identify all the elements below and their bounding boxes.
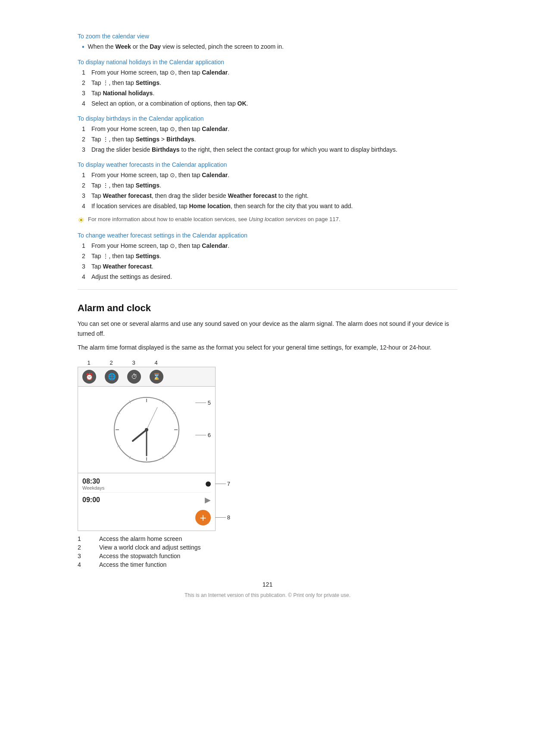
change-weather-steps: 1 From your Home screen, tap ⊙, then tap… — [82, 241, 457, 281]
alarm-time-1: 08:30 Weekdays — [82, 478, 104, 490]
change-weather-step-2: 2 Tap ⋮, then tap Settings. — [82, 252, 457, 261]
birthdays-steps: 1 From your Home screen, tap ⊙, then tap… — [82, 125, 457, 154]
alarm-list-area: 08:30 Weekdays 7 09:00 — [78, 473, 215, 531]
page-content: To zoom the calendar view • When the Wee… — [0, 0, 535, 633]
diagram-labels: 1 Access the alarm home screen 2 View a … — [78, 535, 457, 568]
alarm-time-display-1: 08:30 — [82, 478, 104, 485]
zoom-heading: To zoom the calendar view — [78, 33, 457, 40]
alarm-label-1: Weekdays — [82, 485, 104, 490]
diagram-label-4: 4 Access the timer function — [78, 561, 457, 568]
weather-step-1: 1 From your Home screen, tap ⊙, then tap… — [82, 171, 457, 180]
tab-num-2: 2 — [104, 359, 118, 366]
change-weather-step-4: 4 Adjust the settings as desired. — [82, 272, 457, 281]
clock-topbar: ⏰ 🌐 ⏱ ⌛ — [78, 367, 215, 387]
zoom-bullet: • When the Week or the Day view is selec… — [82, 42, 457, 52]
alarm-time-2: 09:00 — [82, 496, 100, 504]
weather-step-2: 2 Tap ⋮, then tap Settings. — [82, 181, 457, 190]
national-step-2: 2 Tap ⋮, then tap Settings. — [82, 78, 457, 87]
tip-text: For more information about how to enable… — [88, 215, 340, 224]
alarm-clock-section: Alarm and clock You can set one or sever… — [78, 303, 457, 568]
tab-num-1: 1 — [82, 359, 96, 366]
change-weather-section: To change weather forecast settings in t… — [78, 232, 457, 281]
tip-box: ☀ For more information about how to enab… — [78, 215, 457, 225]
weather-heading: To display weather forecasts in the Cale… — [78, 161, 457, 168]
alarm-row-2: 09:00 ▶ — [82, 493, 211, 507]
label-8-box: 8 — [215, 514, 230, 521]
clock-face-svg — [112, 395, 181, 464]
national-holidays-steps: 1 From your Home screen, tap ⊙, then tap… — [82, 68, 457, 108]
section-divider — [78, 289, 457, 290]
weather-step-3: 3 Tap Weather forecast, then drag the sl… — [82, 191, 457, 200]
svg-point-16 — [145, 428, 148, 431]
diagram-label-3: 3 Access the stopwatch function — [78, 553, 457, 559]
clock-outer-box: ⏰ 🌐 ⏱ ⌛ — [78, 367, 216, 531]
svg-line-13 — [133, 430, 147, 441]
national-step-3: 3 Tap National holidays. — [82, 89, 457, 98]
diagram-label-2: 2 View a world clock and adjust settings — [78, 544, 457, 551]
alarm-row-1: 08:30 Weekdays 7 — [82, 476, 211, 493]
world-clock-icon: 🌐 — [105, 370, 119, 384]
tip-icon: ☀ — [78, 216, 84, 225]
weather-step-4: 4 If location services are disabled, tap… — [82, 202, 457, 211]
alarm-1-right: 7 — [206, 481, 211, 487]
national-holidays-section: To display national holidays in the Cale… — [78, 59, 457, 108]
label-7-box: 7 — [215, 481, 230, 487]
alarm-clock-title: Alarm and clock — [78, 303, 457, 314]
alarm-desc-1: You can set one or several alarms and us… — [78, 319, 457, 338]
svg-line-15 — [147, 407, 157, 430]
national-holidays-heading: To display national holidays in the Cale… — [78, 59, 457, 66]
change-weather-step-1: 1 From your Home screen, tap ⊙, then tap… — [82, 241, 457, 250]
national-step-1: 1 From your Home screen, tap ⊙, then tap… — [82, 68, 457, 77]
alarm-icon: ⏰ — [82, 370, 96, 384]
birthdays-step-2: 2 Tap ⋮, then tap Settings > Birthdays. — [82, 135, 457, 144]
birthdays-heading: To display birthdays in the Calendar app… — [78, 115, 457, 122]
label-5: 5 — [195, 400, 211, 406]
alarm-desc-2: The alarm time format displayed is the s… — [78, 343, 457, 352]
alarm-arrow-icon: ▶ — [205, 495, 211, 505]
timer-icon: ⌛ — [150, 370, 163, 384]
add-button-row: + 8 — [82, 507, 211, 528]
weather-section: To display weather forecasts in the Cale… — [78, 161, 457, 225]
label-6: 6 — [195, 432, 211, 438]
birthdays-section: To display birthdays in the Calendar app… — [78, 115, 457, 154]
footer-text: This is an Internet version of this publ… — [78, 592, 457, 598]
zoom-section: To zoom the calendar view • When the Wee… — [78, 33, 457, 52]
zoom-bullet-text: When the Week or the Day view is selecte… — [88, 42, 284, 51]
tab-num-4: 4 — [149, 359, 163, 366]
change-weather-heading: To change weather forecast settings in t… — [78, 232, 457, 239]
birthdays-step-1: 1 From your Home screen, tap ⊙, then tap… — [82, 125, 457, 134]
stopwatch-icon: ⏱ — [127, 370, 141, 384]
birthdays-step-3: 3 Drag the slider beside Birthdays to th… — [82, 145, 457, 154]
add-alarm-button[interactable]: + — [195, 510, 211, 525]
alarm-2-right: ▶ — [205, 495, 211, 505]
alarm-dot-1 — [206, 481, 211, 487]
diagram-label-1: 1 Access the alarm home screen — [78, 535, 457, 542]
clock-face-area: 5 6 — [78, 387, 215, 473]
change-weather-step-3: 3 Tap Weather forecast. — [82, 262, 457, 271]
national-step-4: 4 Select an option, or a combination of … — [82, 99, 457, 108]
add-button-area: + 8 — [195, 510, 211, 525]
bullet-dot: • — [82, 42, 84, 52]
tab-num-3: 3 — [127, 359, 141, 366]
weather-steps: 1 From your Home screen, tap ⊙, then tap… — [82, 171, 457, 211]
page-number: 121 — [78, 581, 457, 588]
clock-diagram-wrapper: 1 2 3 4 ⏰ 🌐 ⏱ ⌛ — [78, 359, 241, 531]
tab-numbers-row: 1 2 3 4 — [78, 359, 241, 366]
